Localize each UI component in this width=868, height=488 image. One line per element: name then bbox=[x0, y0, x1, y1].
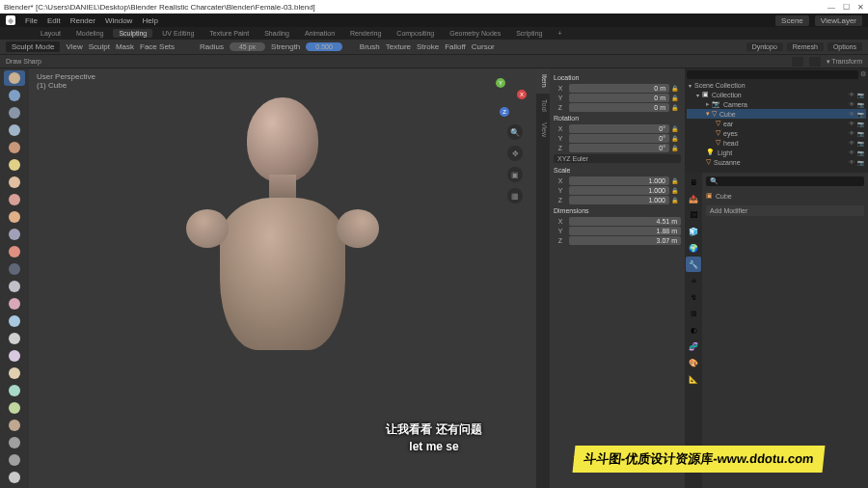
add-modifier-button[interactable]: Add Modifier bbox=[706, 205, 864, 216]
sculpt-tool-icon[interactable] bbox=[4, 313, 25, 329]
strength-slider[interactable]: 0.500 bbox=[306, 42, 342, 51]
properties-tab-icon[interactable]: 🧬 bbox=[686, 339, 701, 354]
workspace-tab[interactable]: Sculpting bbox=[113, 29, 152, 38]
sculpt-tool-icon[interactable] bbox=[4, 244, 25, 259]
workspace-tab[interactable]: Animation bbox=[299, 29, 340, 38]
sculpt-tool-icon[interactable] bbox=[4, 175, 25, 190]
sculpt-tool-icon[interactable] bbox=[4, 383, 25, 398]
workspace-tab[interactable]: Compositing bbox=[391, 29, 440, 38]
sculpt-tool-icon[interactable] bbox=[4, 105, 25, 121]
workspace-tab[interactable]: Shading bbox=[258, 29, 295, 38]
rot-z-field[interactable]: 0° bbox=[569, 144, 669, 152]
remesh-dropdown[interactable]: Remesh bbox=[787, 42, 824, 51]
menu-facesets[interactable]: Face Sets bbox=[140, 42, 175, 51]
sculpt-tool-icon[interactable] bbox=[4, 157, 25, 173]
properties-tab-icon[interactable]: 🔧 bbox=[686, 257, 701, 272]
dyntopo-toggle[interactable]: Dyntopo bbox=[746, 42, 783, 51]
camera-icon[interactable]: ▣ bbox=[507, 167, 523, 182]
radius-slider[interactable]: 45 px bbox=[230, 42, 265, 51]
sculpt-tool-icon[interactable] bbox=[4, 70, 25, 86]
menu-sculpt[interactable]: Sculpt bbox=[89, 42, 110, 51]
properties-tab-icon[interactable]: 🧊 bbox=[686, 224, 701, 239]
menu-file[interactable]: File bbox=[25, 16, 38, 25]
minimize-icon[interactable]: — bbox=[827, 3, 835, 12]
menu-help[interactable]: Help bbox=[142, 16, 157, 25]
falloff-dropdown[interactable]: Falloff bbox=[445, 42, 466, 51]
render-icon[interactable]: 📷 bbox=[857, 92, 864, 98]
outliner-cube[interactable]: ▾ ▽Cube👁📷 bbox=[687, 109, 866, 119]
sculpt-tool-icon[interactable] bbox=[4, 348, 25, 364]
texture-dropdown[interactable]: Texture bbox=[386, 42, 411, 51]
sculpt-tool-icon[interactable] bbox=[4, 418, 25, 433]
workspace-tab[interactable]: Geometry Nodes bbox=[444, 29, 506, 38]
move-icon[interactable]: ✥ bbox=[507, 146, 523, 161]
outliner-collection[interactable]: ▾▣Collection👁📷 bbox=[687, 90, 866, 99]
properties-tab-icon[interactable]: 📤 bbox=[686, 191, 701, 206]
rotation-mode-select[interactable]: XYZ Euler bbox=[554, 154, 681, 163]
overlay-icon[interactable] bbox=[792, 57, 803, 67]
shading-icon[interactable] bbox=[809, 57, 821, 67]
properties-tab-icon[interactable]: 📐 bbox=[686, 371, 701, 387]
dim-x-field[interactable]: 4.51 m bbox=[569, 217, 681, 226]
loc-y-field[interactable]: 0 m bbox=[569, 94, 669, 102]
workspace-tab[interactable]: + bbox=[552, 29, 567, 38]
outliner-camera[interactable]: ▸ 📷Camera👁📷 bbox=[687, 99, 866, 109]
workspace-tab[interactable]: Texture Paint bbox=[203, 29, 255, 38]
scene-selector[interactable]: Scene bbox=[775, 15, 809, 26]
scale-header[interactable]: Scale bbox=[554, 165, 681, 176]
sculpt-tool-icon[interactable] bbox=[4, 122, 25, 138]
properties-tab-icon[interactable]: ↯ bbox=[686, 289, 701, 305]
brush-dropdown[interactable]: Brush bbox=[360, 42, 380, 51]
properties-tab-icon[interactable]: 🎨 bbox=[686, 355, 701, 370]
sculpt-tool-icon[interactable] bbox=[4, 192, 25, 207]
dim-y-field[interactable]: 1.88 m bbox=[569, 227, 681, 235]
sculpt-tool-icon[interactable] bbox=[4, 400, 25, 416]
rotation-header[interactable]: Rotation bbox=[554, 113, 681, 123]
properties-search[interactable]: 🔍 bbox=[706, 176, 864, 186]
close-icon[interactable]: ✕ bbox=[857, 3, 864, 12]
axis-x-icon[interactable]: X bbox=[517, 90, 527, 99]
workspace-tab[interactable]: Scripting bbox=[510, 29, 548, 38]
loc-x-field[interactable]: 0 m bbox=[569, 84, 669, 93]
navigation-gizmo[interactable]: X Y Z bbox=[484, 74, 527, 117]
menu-render[interactable]: Render bbox=[70, 16, 95, 25]
tab-tool[interactable]: Tool bbox=[536, 94, 550, 118]
outliner-head[interactable]: ▽head👁📷 bbox=[687, 138, 866, 148]
outliner-light[interactable]: 💡Light👁📷 bbox=[687, 148, 866, 157]
tab-item[interactable]: Item bbox=[536, 68, 550, 94]
menu-edit[interactable]: Edit bbox=[47, 16, 61, 25]
dim-z-field[interactable]: 3.07 m bbox=[569, 236, 681, 245]
rot-x-field[interactable]: 0° bbox=[569, 124, 669, 133]
dimensions-header[interactable]: Dimensions bbox=[554, 205, 681, 216]
zoom-icon[interactable]: 🔍 bbox=[507, 124, 523, 140]
axis-z-icon[interactable]: Z bbox=[500, 107, 509, 117]
sculpt-tool-icon[interactable] bbox=[4, 140, 25, 155]
filter-icon[interactable]: ⚙ bbox=[860, 70, 866, 79]
visibility-icon[interactable]: 👁 bbox=[849, 92, 854, 98]
outliner-scene[interactable]: ▾Scene Collection bbox=[687, 81, 866, 90]
outliner-suzanne[interactable]: ▽Suzanne👁📷 bbox=[687, 157, 866, 167]
workspace-tab[interactable]: UV Editing bbox=[156, 29, 200, 38]
sculpt-tool-icon[interactable] bbox=[4, 88, 25, 103]
scale-z-field[interactable]: 1.000 bbox=[569, 196, 669, 204]
panel-header-transform[interactable]: ▾ Transform bbox=[827, 58, 862, 66]
tab-view[interactable]: View bbox=[536, 117, 550, 143]
outliner-ear[interactable]: ▽ear👁📷 bbox=[687, 119, 866, 128]
menu-view[interactable]: View bbox=[66, 42, 82, 51]
viewlayer-selector[interactable]: ViewLayer bbox=[815, 15, 862, 26]
sculpt-tool-icon[interactable] bbox=[4, 209, 25, 225]
workspace-tab[interactable]: Rendering bbox=[344, 29, 387, 38]
properties-tab-icon[interactable]: ⚛ bbox=[686, 273, 701, 288]
blender-logo-icon[interactable]: ◆ bbox=[6, 15, 15, 25]
cursor-dropdown[interactable]: Cursor bbox=[472, 42, 495, 51]
properties-tab-icon[interactable]: 🖥 bbox=[686, 175, 701, 190]
sculpt-tool-icon[interactable] bbox=[4, 366, 25, 381]
loc-z-field[interactable]: 0 m bbox=[569, 103, 669, 112]
active-brush-label[interactable]: Draw Sharp bbox=[6, 58, 41, 65]
scale-y-field[interactable]: 1.000 bbox=[569, 186, 669, 195]
menu-window[interactable]: Window bbox=[105, 16, 132, 25]
workspace-tab[interactable]: Layout bbox=[35, 29, 67, 38]
menu-mask[interactable]: Mask bbox=[116, 42, 134, 51]
outliner-search-input[interactable] bbox=[687, 70, 858, 79]
properties-tab-icon[interactable]: ◐ bbox=[686, 322, 701, 338]
